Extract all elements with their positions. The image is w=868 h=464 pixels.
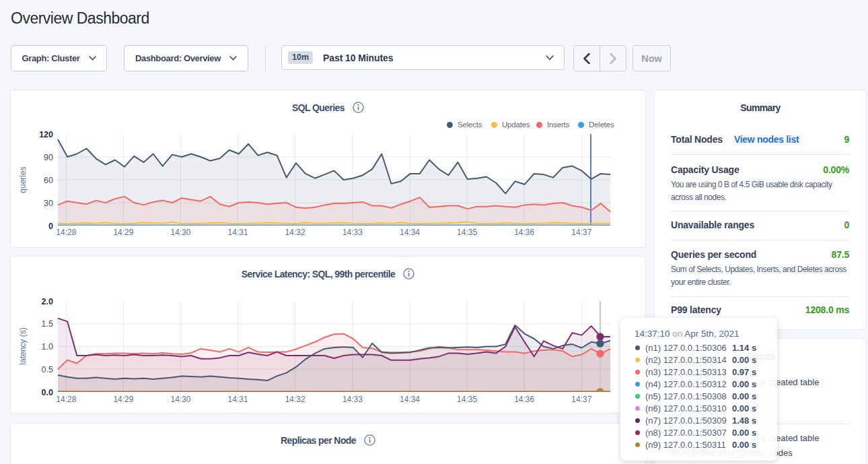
svg-text:14:32: 14:32 [285,395,305,404]
svg-text:1.5: 1.5 [42,319,53,329]
svg-text:14:28: 14:28 [56,228,76,237]
svg-text:30: 30 [44,199,53,208]
svg-text:14:31: 14:31 [228,228,248,237]
svg-text:90: 90 [44,153,53,162]
svg-text:14:34: 14:34 [400,228,420,237]
svg-text:14:37: 14:37 [571,395,591,404]
svg-text:0.0: 0.0 [42,388,53,397]
svg-text:1.0: 1.0 [42,342,53,352]
svg-text:14:37: 14:37 [571,228,591,237]
svg-text:14:33: 14:33 [342,228,363,237]
svg-text:queries: queries [18,166,28,193]
svg-text:14:33: 14:33 [342,395,363,404]
svg-text:14:30: 14:30 [170,228,190,237]
svg-text:0: 0 [48,222,53,231]
svg-text:latency (s): latency (s) [18,327,28,364]
svg-text:14:30: 14:30 [170,395,190,404]
svg-text:14:35: 14:35 [457,228,477,237]
svg-text:14:29: 14:29 [113,228,133,237]
svg-text:2.0: 2.0 [42,297,53,306]
svg-text:14:34: 14:34 [400,395,420,404]
svg-text:14:35: 14:35 [457,395,477,404]
svg-text:14:29: 14:29 [113,395,133,404]
svg-text:14:31: 14:31 [228,395,248,404]
svg-text:14:28: 14:28 [56,395,76,404]
svg-text:14:36: 14:36 [514,395,534,404]
svg-text:120: 120 [39,130,53,139]
svg-text:0.5: 0.5 [42,365,53,374]
svg-text:14:32: 14:32 [285,228,305,237]
svg-text:60: 60 [44,176,53,185]
svg-text:14:36: 14:36 [514,228,534,237]
